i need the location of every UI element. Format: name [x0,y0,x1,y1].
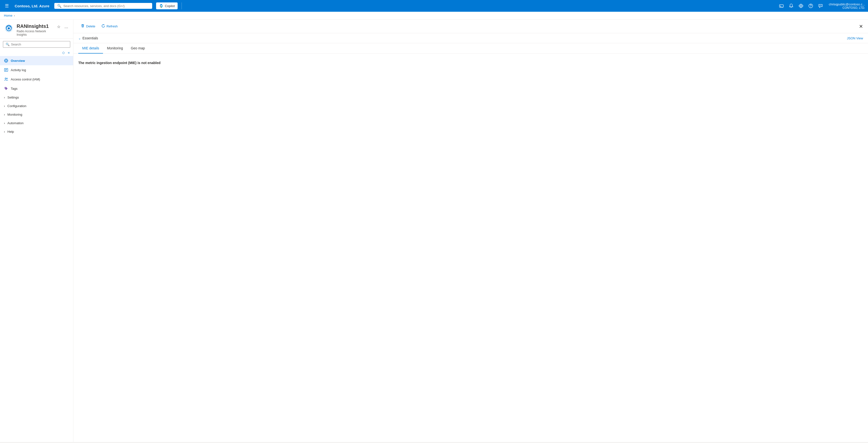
bell-icon [789,3,794,8]
sidebar-item-help[interactable]: › Help [0,127,73,136]
content-body: The metric ingestion endpoint (MIE) is n… [73,54,868,72]
sidebar-search-input[interactable] [11,42,67,46]
sidebar-search: 🔍 [3,41,70,48]
top-nav: ☰ Contoso, Ltd. Azure 🔍 Copilot [0,0,868,12]
tab-monitoring[interactable]: Monitoring [103,43,127,54]
refresh-button[interactable]: Refresh [99,23,120,30]
help-button[interactable] [806,2,815,10]
sidebar-item-overview-label: Overview [11,59,25,63]
activity-log-icon [4,68,8,72]
svg-point-9 [821,5,822,6]
people-icon [4,77,8,81]
username: chrisqpublic@contoso.c... [829,2,865,6]
svg-point-1 [160,5,162,7]
sidebar-item-overview[interactable]: Overview [0,56,73,65]
feedback-icon [818,3,823,8]
svg-point-12 [8,27,10,29]
sidebar-item-automation-label: Automation [7,121,24,125]
svg-point-6 [810,7,811,7]
automation-chevron-icon: › [4,121,5,125]
nav-icons-group [777,2,825,10]
essentials-section: ⌄ Essentials JSON View [73,33,868,43]
more-options-button[interactable]: … [63,24,69,30]
grid-icon [4,59,8,63]
sidebar-item-help-label: Help [7,130,14,134]
svg-rect-26 [82,25,84,27]
resource-header: RANInsights1 Radio Access Network Insigh… [0,20,73,39]
user-info[interactable]: chrisqpublic@contoso.c... CONTOSO, LTD. [829,2,865,9]
svg-point-7 [819,5,820,6]
sidebar-collapse-button[interactable]: « [67,50,70,55]
resource-icon [4,24,14,33]
sidebar-item-monitoring[interactable]: › Monitoring [0,110,73,119]
sidebar-item-activity-log[interactable]: Activity log [0,65,73,75]
cloud-shell-icon [779,3,784,8]
help-icon [808,3,813,8]
tabs-bar: MIE details Monitoring Geo map [73,43,868,54]
sidebar: RANInsights1 Radio Access Network Insigh… [0,20,73,442]
feedback-button[interactable] [816,2,825,10]
sidebar-item-settings[interactable]: › Settings [0,93,73,102]
settings-button[interactable] [797,2,805,10]
help-chevron-icon: › [4,130,5,134]
sidebar-pin-button[interactable]: ◇ [62,50,65,55]
global-search-icon: 🔍 [57,4,61,8]
list-icon [4,68,8,72]
delete-button[interactable]: Delete [78,23,98,30]
ran-insights-icon [4,24,13,33]
main-layout: RANInsights1 Radio Access Network Insigh… [0,20,868,442]
resource-title-area: RANInsights1 Radio Access Network Insigh… [17,24,53,36]
svg-point-4 [800,5,802,7]
settings-chevron-icon: › [4,96,5,99]
gear-icon [799,3,803,8]
essentials-header[interactable]: ⌄ Essentials JSON View [78,33,863,43]
global-search-bar: 🔍 [54,3,152,9]
user-tenant: CONTOSO, LTD. [829,6,865,9]
sidebar-item-settings-label: Settings [7,96,19,99]
essentials-label: Essentials [83,36,98,40]
sidebar-item-automation[interactable]: › Automation [0,119,73,127]
tag-icon [4,87,8,91]
global-search-input[interactable] [63,4,149,8]
configuration-chevron-icon: › [4,104,5,108]
hamburger-menu[interactable]: ☰ [3,2,11,10]
essentials-chevron-icon: ⌄ [78,36,81,40]
trash-icon [81,24,85,28]
json-view-link[interactable]: JSON View [847,36,863,40]
refresh-label: Refresh [107,25,118,28]
svg-point-25 [5,88,6,88]
access-control-icon [4,77,8,81]
sidebar-item-monitoring-label: Monitoring [7,113,22,116]
notifications-button[interactable] [787,2,796,10]
mie-message: The metric ingestion endpoint (MIE) is n… [78,61,863,65]
copilot-icon [159,4,163,8]
breadcrumb-home[interactable]: Home [4,14,12,18]
essentials-title: ⌄ Essentials [78,36,98,40]
close-button[interactable]: ✕ [857,23,865,30]
sidebar-item-configuration[interactable]: › Configuration [0,102,73,110]
sidebar-item-tags[interactable]: Tags [0,84,73,93]
breadcrumb-separator: › [14,14,15,18]
copilot-button[interactable]: Copilot [156,2,178,9]
favorite-button[interactable]: ☆ [56,24,61,30]
copilot-label: Copilot [165,4,175,8]
resource-actions: ☆ … [56,24,69,30]
tab-mie-details[interactable]: MIE details [78,43,103,54]
cloud-shell-button[interactable] [777,2,786,10]
toolbar: Delete Refresh [73,20,868,33]
svg-point-14 [5,60,7,62]
tab-geo-map[interactable]: Geo map [127,43,149,54]
nav-list: Overview Activity log [0,56,73,136]
sidebar-item-access-control[interactable]: Access control (IAM) [0,75,73,84]
sidebar-item-tags-label: Tags [11,87,18,91]
sidebar-item-configuration-label: Configuration [7,104,26,108]
delete-label: Delete [86,25,95,28]
overview-icon [4,59,8,63]
monitoring-chevron-icon: › [4,113,5,116]
tags-icon [4,86,8,91]
sidebar-item-access-control-label: Access control (IAM) [11,77,40,81]
resource-subtitle: Radio Access Network Insights [17,30,53,36]
content-area: ✕ Delete [73,20,868,442]
svg-point-23 [5,78,6,79]
resource-title: RANInsights1 [17,24,53,29]
